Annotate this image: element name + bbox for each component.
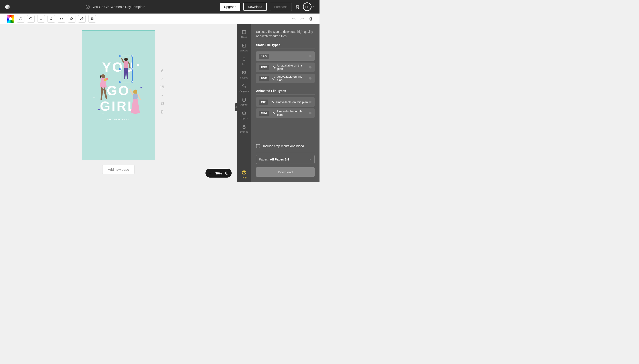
avatar: FL bbox=[303, 2, 311, 11]
zoom-out-button[interactable] bbox=[209, 171, 212, 175]
duplicate-page-icon[interactable] bbox=[160, 102, 164, 106]
undo-icon[interactable] bbox=[291, 17, 296, 21]
canvas-hashtag[interactable]: #WOMEN'SDAY bbox=[107, 118, 130, 120]
unavailable-text: Unavailable on this plan bbox=[277, 64, 308, 70]
delete-icon[interactable] bbox=[308, 17, 313, 21]
nav-label: Sizes bbox=[241, 36, 247, 38]
cart-icon[interactable] bbox=[295, 4, 300, 9]
nav-locking[interactable]: Locking bbox=[237, 122, 251, 135]
svg-rect-2 bbox=[91, 18, 93, 20]
flip-vertical-button[interactable] bbox=[48, 15, 55, 22]
file-type-mp4[interactable]: MP4 Unavailable on this plan bbox=[256, 108, 314, 118]
nav-graphics[interactable]: Graphics bbox=[237, 82, 251, 95]
nav-layers[interactable]: Layers bbox=[237, 108, 251, 122]
nav-label: Layers bbox=[240, 117, 248, 120]
zoom-in-button[interactable] bbox=[225, 171, 228, 175]
nav-images[interactable]: Images bbox=[237, 68, 251, 81]
info-icon[interactable] bbox=[308, 66, 312, 69]
static-types-heading: Static File Types bbox=[256, 43, 314, 47]
download-action-button[interactable]: Download bbox=[256, 167, 314, 177]
svg-rect-10 bbox=[133, 94, 138, 99]
selection-box[interactable] bbox=[120, 56, 133, 82]
file-type-badge: JPG bbox=[259, 54, 269, 59]
nav-layouts[interactable]: Layouts bbox=[237, 41, 251, 54]
canvas-star-icon: ✦ bbox=[135, 62, 140, 69]
svg-rect-11 bbox=[161, 103, 163, 105]
download-button[interactable]: Download bbox=[243, 3, 267, 11]
delete-page-icon[interactable] bbox=[160, 110, 164, 114]
chevron-down-icon bbox=[309, 158, 312, 161]
svg-point-6 bbox=[101, 74, 105, 78]
canvas-star-icon: ✦ bbox=[140, 86, 143, 90]
panel-collapse-handle[interactable] bbox=[235, 103, 237, 111]
canvas-graphic[interactable] bbox=[129, 88, 142, 117]
svg-rect-19 bbox=[243, 126, 245, 128]
nav-label: Help bbox=[242, 176, 246, 178]
file-type-badge: PDF bbox=[259, 76, 269, 81]
info-icon[interactable] bbox=[308, 54, 312, 58]
canvas[interactable]: YOU GO GIRL #WOMEN'SDAY ✦ ✦ ✦ + + bbox=[82, 30, 155, 160]
redo-icon[interactable] bbox=[300, 17, 304, 21]
file-type-png[interactable]: PNG Unavailable on this plan bbox=[256, 62, 314, 72]
file-type-gif[interactable]: GIF Unavailable on this plan bbox=[256, 97, 314, 107]
copy-button[interactable] bbox=[88, 15, 96, 22]
panel-description: Select a file type to download high qual… bbox=[256, 30, 314, 38]
unavailable-text: Unavailable on this plan bbox=[277, 75, 308, 82]
pages-select-label: Pages: bbox=[259, 158, 269, 161]
resize-handle[interactable] bbox=[131, 81, 133, 83]
resize-handle[interactable] bbox=[119, 55, 121, 57]
canvas-star-icon: + bbox=[93, 96, 95, 99]
canvas-area[interactable]: YOU GO GIRL #WOMEN'SDAY ✦ ✦ ✦ + + bbox=[0, 24, 237, 182]
pages-select-value: All Pages 1-1 bbox=[270, 158, 289, 161]
flip-horizontal-button[interactable] bbox=[58, 15, 65, 22]
opacity-button[interactable] bbox=[17, 15, 25, 22]
add-page-button[interactable]: Add new page bbox=[102, 165, 135, 174]
resize-handle[interactable] bbox=[131, 55, 133, 57]
canvas-graphic[interactable] bbox=[97, 74, 110, 102]
app-logo[interactable] bbox=[5, 4, 11, 10]
nav-text[interactable]: Text bbox=[237, 54, 251, 68]
svg-point-1 bbox=[19, 18, 22, 20]
crop-marks-checkbox-row[interactable]: Include crop marks and bleed bbox=[256, 144, 314, 148]
nav-sizes[interactable]: Sizes bbox=[237, 28, 251, 40]
upgrade-button[interactable]: Upgrade bbox=[220, 3, 240, 11]
canvas-star-icon: ✦ bbox=[97, 107, 101, 112]
link-button[interactable] bbox=[78, 15, 86, 22]
nav-assets[interactable]: Assets bbox=[237, 95, 251, 108]
unavailable-icon bbox=[272, 111, 276, 115]
lock-page-icon[interactable] bbox=[160, 69, 164, 73]
align-button[interactable] bbox=[37, 15, 45, 22]
user-menu[interactable]: FL bbox=[303, 2, 315, 11]
svg-rect-18 bbox=[244, 86, 246, 88]
page-controls: 1/1 bbox=[160, 69, 165, 114]
layers-button[interactable] bbox=[68, 15, 76, 22]
unavailable-icon bbox=[272, 66, 276, 69]
resize-handle[interactable] bbox=[119, 68, 121, 70]
resize-handle[interactable] bbox=[119, 81, 121, 83]
resize-handle[interactable] bbox=[131, 68, 133, 70]
canvas-text[interactable]: GO bbox=[107, 83, 130, 98]
info-icon[interactable] bbox=[308, 111, 312, 115]
page-up-icon[interactable] bbox=[160, 77, 164, 81]
nav-label: Locking bbox=[240, 130, 248, 133]
page-down-icon[interactable] bbox=[160, 94, 164, 97]
file-type-pdf[interactable]: PDF Unavailable on this plan bbox=[256, 74, 314, 83]
checkbox[interactable] bbox=[256, 144, 260, 148]
nav-label: Images bbox=[240, 76, 248, 79]
nav-help[interactable]: Help bbox=[237, 170, 251, 178]
info-icon[interactable] bbox=[308, 100, 312, 104]
animated-types-heading: Animated File Types bbox=[256, 89, 314, 93]
crop-marks-label: Include crop marks and bleed bbox=[263, 144, 304, 148]
purchase-button[interactable]: Purchase bbox=[270, 3, 292, 11]
unavailable-text: Unavailable on this plan bbox=[277, 110, 308, 116]
rotate-button[interactable] bbox=[27, 15, 35, 22]
info-icon[interactable] bbox=[308, 76, 312, 80]
svg-point-8 bbox=[106, 78, 108, 80]
document-title[interactable]: You Go Girl Women's Day Template bbox=[93, 5, 146, 9]
file-type-badge: MP4 bbox=[259, 110, 269, 116]
pages-select[interactable]: Pages: All Pages 1-1 bbox=[256, 155, 314, 164]
color-picker-button[interactable] bbox=[7, 15, 14, 22]
nav-label: Graphics bbox=[239, 90, 249, 92]
file-type-jpg[interactable]: JPG bbox=[256, 52, 314, 61]
nav-label: Assets bbox=[240, 103, 248, 106]
